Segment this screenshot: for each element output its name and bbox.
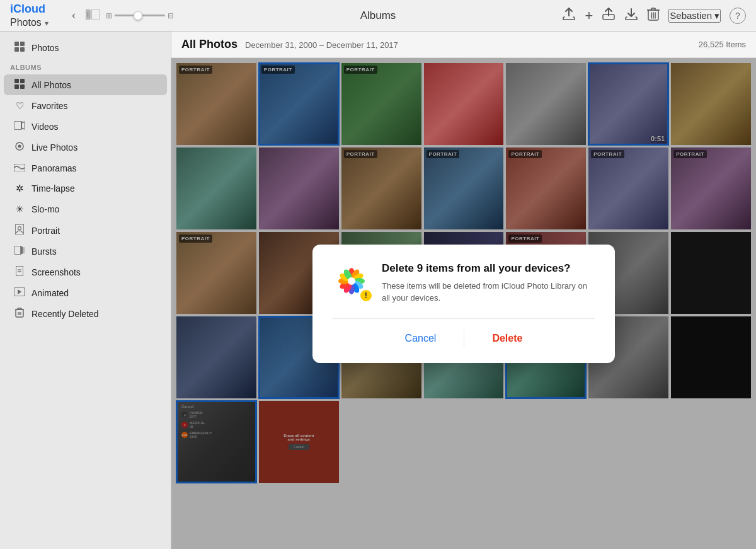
videos-icon	[14, 121, 25, 132]
sidebar-live-photos-label: Live Photos	[32, 142, 77, 153]
share-button[interactable]	[602, 7, 616, 24]
sidebar-item-portrait[interactable]: Portrait	[4, 220, 167, 241]
dialog-button-divider	[464, 329, 464, 348]
screenshots-icon	[14, 266, 25, 278]
download-icon	[624, 7, 638, 21]
content-header-left: All Photos December 31, 2000 – December …	[181, 38, 398, 51]
sidebar-photos-label: Photos	[32, 43, 59, 53]
svg-rect-1	[91, 9, 100, 20]
bursts-icon	[14, 246, 25, 257]
sidebar-item-slo-mo[interactable]: ✳ Slo-mo	[4, 199, 167, 219]
zoom-max-icon: ⊟	[168, 11, 174, 20]
sidebar-slo-mo-label: Slo-mo	[32, 204, 59, 214]
svg-rect-19	[20, 84, 25, 89]
svg-rect-14	[14, 47, 19, 52]
sidebar-favorites-label: Favorites	[32, 101, 68, 111]
svg-point-26	[18, 227, 21, 230]
help-button[interactable]: ?	[730, 8, 746, 24]
zoom-min-icon: ⊞	[106, 11, 112, 20]
sidebar-screenshots-label: Screenshots	[32, 267, 81, 277]
time-lapse-icon: ✲	[14, 183, 25, 194]
sidebar-animated-label: Animated	[32, 288, 69, 298]
sidebar-item-animated[interactable]: Animated	[4, 283, 167, 303]
portrait-icon	[14, 224, 25, 236]
live-photos-icon	[14, 141, 25, 153]
dialog-overlay: ! Delete 9 items from all your devices? …	[171, 58, 756, 549]
user-name-label: Sebastien	[670, 10, 712, 21]
dialog-buttons: Cancel Delete	[333, 318, 595, 348]
photo-area: PORTRAIT PORTRAIT PORTRAIT 0:51 P	[171, 58, 756, 549]
svg-rect-30	[16, 266, 23, 276]
upload-button[interactable]	[562, 7, 576, 24]
sidebar-toggle-button[interactable]	[86, 9, 100, 22]
dialog-box: ! Delete 9 items from all your devices? …	[312, 245, 615, 363]
toolbar-actions: + Sebasti	[562, 7, 746, 24]
top-bar-left: iCloud Photos ▾ ‹ ⊞ ⊟	[10, 3, 174, 29]
date-range: December 31, 2000 – December 11, 2017	[245, 40, 398, 50]
sidebar-bursts-label: Bursts	[32, 246, 57, 257]
svg-rect-17	[20, 79, 25, 83]
page-title: Albums	[360, 9, 396, 22]
dialog-icon-area: !	[333, 262, 370, 304]
sidebar-item-bursts[interactable]: Bursts	[4, 241, 167, 261]
user-chevron-icon: ▾	[714, 10, 719, 21]
warning-badge: !	[359, 289, 373, 303]
sidebar-all-photos-label: All Photos	[32, 80, 71, 90]
warning-icon: !	[365, 291, 367, 300]
add-button[interactable]: +	[585, 8, 593, 24]
svg-rect-28	[21, 246, 23, 254]
animated-icon	[14, 287, 25, 298]
recently-deleted-icon	[14, 308, 25, 320]
svg-point-23	[18, 145, 21, 148]
favorites-icon: ♡	[14, 100, 25, 112]
svg-rect-13	[20, 42, 25, 46]
slo-mo-icon: ✳	[14, 204, 25, 215]
dialog-body: These items will be deleted from iCloud …	[382, 280, 595, 304]
app-logo: iCloud Photos ▾	[10, 3, 62, 29]
app-chevron-icon: ▾	[45, 19, 49, 28]
svg-marker-21	[21, 122, 25, 129]
sidebar-toggle-icon	[86, 9, 100, 20]
sidebar-item-favorites[interactable]: ♡ Favorites	[4, 96, 167, 116]
dialog-delete-button[interactable]: Delete	[467, 329, 547, 348]
top-bar: iCloud Photos ▾ ‹ ⊞ ⊟ Albums +	[0, 0, 756, 32]
sidebar-panoramas-label: Panoramas	[32, 163, 77, 173]
delete-icon	[647, 7, 660, 21]
content-area: All Photos December 31, 2000 – December …	[171, 32, 756, 549]
photos-grid-icon	[14, 42, 25, 54]
item-count: 26,525 Items	[699, 40, 746, 49]
sidebar-item-screenshots[interactable]: Screenshots	[4, 262, 167, 282]
delete-button[interactable]	[647, 7, 660, 24]
main-layout: Photos Albums All Photos ♡ Favorites Vid…	[0, 32, 756, 549]
dialog-content: ! Delete 9 items from all your devices? …	[333, 262, 595, 304]
dialog-app-icon: !	[333, 262, 370, 300]
sidebar-videos-label: Videos	[32, 122, 59, 132]
sidebar: Photos Albums All Photos ♡ Favorites Vid…	[0, 32, 171, 549]
sidebar-item-time-lapse[interactable]: ✲ Time-lapse	[4, 178, 167, 199]
sidebar-item-panoramas[interactable]: Panoramas	[4, 158, 167, 178]
sidebar-item-recently-deleted[interactable]: Recently Deleted	[4, 303, 167, 324]
all-photos-title: All Photos	[181, 38, 238, 51]
share-icon	[602, 7, 616, 21]
dialog-text: Delete 9 items from all your devices? Th…	[382, 262, 595, 304]
sidebar-item-photos[interactable]: Photos	[4, 37, 167, 58]
user-menu-button[interactable]: Sebastien ▾	[668, 9, 721, 23]
svg-rect-20	[14, 121, 21, 130]
svg-rect-18	[14, 84, 19, 89]
sidebar-item-all-photos[interactable]: All Photos	[4, 74, 167, 95]
sidebar-item-videos[interactable]: Videos	[4, 117, 167, 136]
dialog-cancel-button[interactable]: Cancel	[380, 329, 462, 348]
all-photos-icon	[14, 79, 25, 91]
svg-point-55	[348, 277, 355, 285]
panoramas-icon	[14, 163, 25, 173]
sidebar-portrait-label: Portrait	[32, 226, 60, 236]
back-button[interactable]: ‹	[68, 6, 79, 25]
svg-rect-15	[20, 47, 25, 52]
sidebar-item-live-photos[interactable]: Live Photos	[4, 137, 167, 158]
sidebar-time-lapse-label: Time-lapse	[32, 183, 75, 194]
zoom-range-input[interactable]	[115, 14, 165, 16]
svg-rect-27	[14, 246, 21, 255]
content-header: All Photos December 31, 2000 – December …	[171, 32, 756, 58]
download-button[interactable]	[624, 7, 638, 24]
upload-icon	[562, 7, 576, 21]
